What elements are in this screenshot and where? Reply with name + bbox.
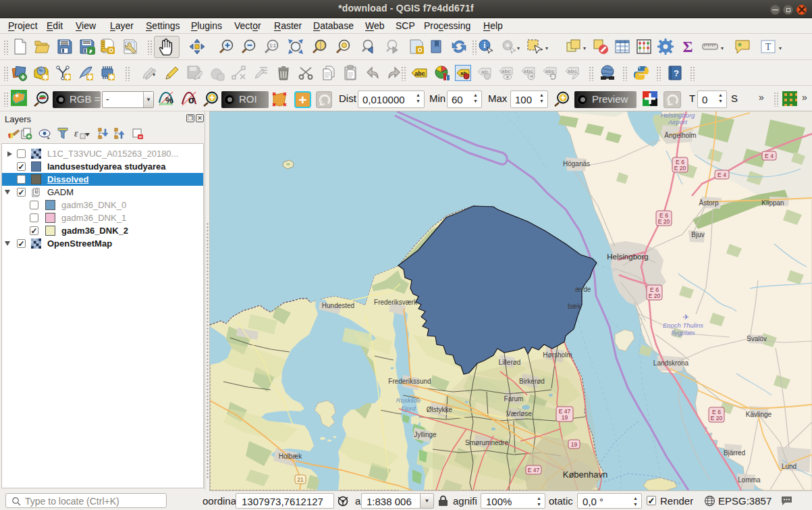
svg-text:E 6: E 6 (659, 212, 668, 219)
svg-text:19: 19 (562, 414, 568, 421)
svg-text:Jyllinge: Jyllinge (414, 431, 437, 438)
svg-text:Enoch Thulins: Enoch Thulins (663, 322, 703, 329)
svg-text:Klippan: Klippan (761, 199, 784, 207)
svg-text:Holbæk: Holbæk (279, 453, 302, 460)
svg-text:Lillerød: Lillerød (499, 359, 521, 366)
svg-text:σ: σ (188, 95, 195, 105)
svg-text:Birkerød: Birkerød (519, 378, 545, 385)
svg-text:flygplats: flygplats (672, 329, 695, 336)
svg-text:Bjärred: Bjärred (724, 449, 745, 457)
svg-text:%: % (165, 95, 173, 105)
svg-text:Frederiksværk: Frederiksværk (374, 299, 418, 306)
svg-text:E 47: E 47 (528, 467, 540, 474)
svg-text:✱: ✱ (86, 73, 92, 81)
svg-text:abc: abc (502, 68, 511, 74)
svg-text:✱: ✱ (42, 73, 48, 81)
svg-text:ε: ε (74, 128, 78, 138)
svg-text:abc: abc (414, 70, 425, 77)
svg-text:Landskrona: Landskrona (653, 359, 689, 367)
svg-text:E 6: E 6 (650, 286, 659, 293)
svg-text:✱: ✱ (64, 73, 70, 81)
svg-text:✈: ✈ (682, 313, 688, 321)
svg-text:1:1: 1:1 (269, 43, 276, 48)
svg-text:Lomma: Lomma (738, 476, 761, 484)
svg-text:E 4: E 4 (765, 153, 774, 159)
svg-text:abc: abc (545, 68, 555, 74)
svg-text:E 20: E 20 (649, 292, 661, 299)
svg-text:Bjuv: Bjuv (691, 231, 704, 238)
svg-text:abc: abc (568, 68, 577, 74)
svg-text:Farum: Farum (504, 395, 524, 403)
svg-text:ærde: ærde (575, 286, 591, 293)
svg-text:21: 21 (297, 476, 304, 483)
svg-text:bæk: bæk (568, 303, 581, 310)
svg-text:E 20: E 20 (711, 415, 723, 422)
svg-text:Værløse: Værløse (506, 410, 532, 417)
svg-text:Helsingborg: Helsingborg (607, 253, 648, 261)
svg-text:E 4: E 4 (718, 172, 726, 178)
svg-text:Smørumnedre: Smørumnedre (465, 439, 508, 447)
svg-text:✱: ✱ (108, 73, 114, 81)
svg-text:Åstorp: Åstorp (699, 199, 719, 207)
svg-text:Fjord: Fjord (401, 405, 416, 412)
svg-text:?: ? (674, 68, 679, 78)
svg-text:T: T (765, 42, 772, 52)
svg-text:E 6: E 6 (712, 409, 721, 415)
svg-text:Ängelholm: Ängelholm (664, 132, 696, 139)
svg-text:Hundested: Hundested (322, 302, 354, 309)
svg-text:E 20: E 20 (674, 165, 686, 172)
svg-text:E 20: E 20 (658, 218, 670, 225)
svg-text:Ølstykke: Ølstykke (427, 406, 453, 413)
svg-text:E 6: E 6 (676, 159, 684, 165)
svg-text:Lund: Lund (782, 463, 796, 470)
svg-text:19: 19 (571, 441, 578, 448)
svg-text:Höganäs: Höganäs (563, 160, 590, 168)
svg-text:Σ: Σ (682, 39, 693, 55)
svg-text:E 47: E 47 (559, 408, 571, 415)
svg-text:Hørsholm: Hørsholm (543, 351, 572, 359)
svg-text:København: København (563, 469, 608, 480)
svg-text:Roskilde: Roskilde (396, 397, 421, 404)
svg-text:Frederikssund: Frederikssund (388, 378, 431, 385)
svg-text:Svalöv: Svalöv (747, 335, 767, 342)
svg-text:Kävlinge: Kävlinge (746, 411, 772, 418)
svg-text:Airport: Airport (668, 118, 687, 126)
